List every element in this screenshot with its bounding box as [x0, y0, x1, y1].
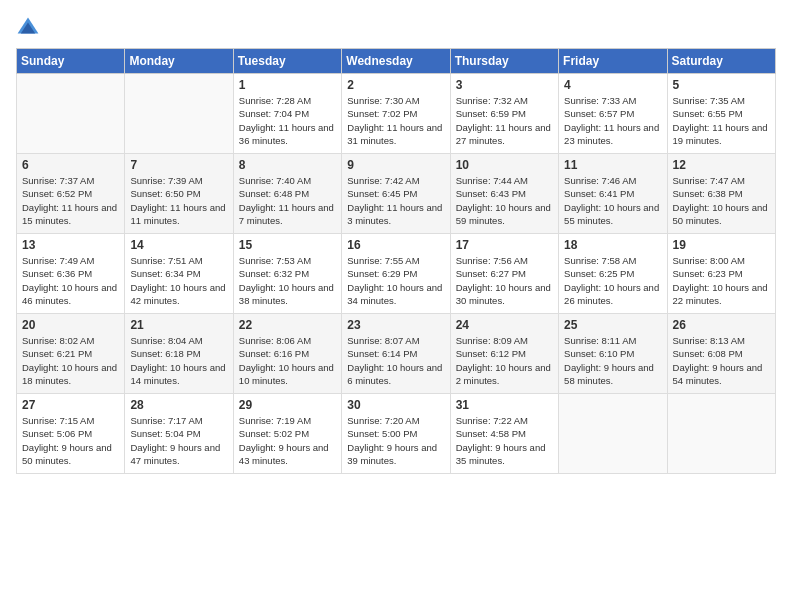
day-number: 9 — [347, 158, 444, 172]
day-info: Sunrise: 7:37 AM Sunset: 6:52 PM Dayligh… — [22, 174, 119, 227]
day-info: Sunrise: 7:22 AM Sunset: 4:58 PM Dayligh… — [456, 414, 553, 467]
day-number: 25 — [564, 318, 661, 332]
day-number: 31 — [456, 398, 553, 412]
calendar-cell: 11Sunrise: 7:46 AM Sunset: 6:41 PM Dayli… — [559, 154, 667, 234]
day-info: Sunrise: 7:47 AM Sunset: 6:38 PM Dayligh… — [673, 174, 770, 227]
calendar-week-row: 13Sunrise: 7:49 AM Sunset: 6:36 PM Dayli… — [17, 234, 776, 314]
calendar-cell: 28Sunrise: 7:17 AM Sunset: 5:04 PM Dayli… — [125, 394, 233, 474]
day-info: Sunrise: 7:46 AM Sunset: 6:41 PM Dayligh… — [564, 174, 661, 227]
day-info: Sunrise: 7:15 AM Sunset: 5:06 PM Dayligh… — [22, 414, 119, 467]
day-number: 30 — [347, 398, 444, 412]
calendar-cell: 5Sunrise: 7:35 AM Sunset: 6:55 PM Daylig… — [667, 74, 775, 154]
day-info: Sunrise: 7:39 AM Sunset: 6:50 PM Dayligh… — [130, 174, 227, 227]
calendar-table: SundayMondayTuesdayWednesdayThursdayFrid… — [16, 48, 776, 474]
calendar-cell: 1Sunrise: 7:28 AM Sunset: 7:04 PM Daylig… — [233, 74, 341, 154]
day-info: Sunrise: 7:42 AM Sunset: 6:45 PM Dayligh… — [347, 174, 444, 227]
day-number: 17 — [456, 238, 553, 252]
page-header — [16, 16, 776, 40]
day-number: 21 — [130, 318, 227, 332]
day-info: Sunrise: 7:19 AM Sunset: 5:02 PM Dayligh… — [239, 414, 336, 467]
day-number: 28 — [130, 398, 227, 412]
day-number: 13 — [22, 238, 119, 252]
day-info: Sunrise: 8:09 AM Sunset: 6:12 PM Dayligh… — [456, 334, 553, 387]
calendar-cell — [17, 74, 125, 154]
calendar-cell: 30Sunrise: 7:20 AM Sunset: 5:00 PM Dayli… — [342, 394, 450, 474]
day-number: 4 — [564, 78, 661, 92]
day-info: Sunrise: 7:53 AM Sunset: 6:32 PM Dayligh… — [239, 254, 336, 307]
calendar-cell: 31Sunrise: 7:22 AM Sunset: 4:58 PM Dayli… — [450, 394, 558, 474]
calendar-cell: 16Sunrise: 7:55 AM Sunset: 6:29 PM Dayli… — [342, 234, 450, 314]
day-number: 8 — [239, 158, 336, 172]
day-number: 6 — [22, 158, 119, 172]
day-info: Sunrise: 8:02 AM Sunset: 6:21 PM Dayligh… — [22, 334, 119, 387]
calendar-cell: 14Sunrise: 7:51 AM Sunset: 6:34 PM Dayli… — [125, 234, 233, 314]
day-number: 29 — [239, 398, 336, 412]
calendar-cell: 3Sunrise: 7:32 AM Sunset: 6:59 PM Daylig… — [450, 74, 558, 154]
calendar-cell: 20Sunrise: 8:02 AM Sunset: 6:21 PM Dayli… — [17, 314, 125, 394]
calendar-cell: 25Sunrise: 8:11 AM Sunset: 6:10 PM Dayli… — [559, 314, 667, 394]
calendar-cell — [559, 394, 667, 474]
calendar-cell — [667, 394, 775, 474]
day-info: Sunrise: 7:20 AM Sunset: 5:00 PM Dayligh… — [347, 414, 444, 467]
calendar-cell: 18Sunrise: 7:58 AM Sunset: 6:25 PM Dayli… — [559, 234, 667, 314]
logo — [16, 16, 44, 40]
day-info: Sunrise: 8:11 AM Sunset: 6:10 PM Dayligh… — [564, 334, 661, 387]
day-info: Sunrise: 8:06 AM Sunset: 6:16 PM Dayligh… — [239, 334, 336, 387]
day-number: 10 — [456, 158, 553, 172]
day-number: 1 — [239, 78, 336, 92]
day-info: Sunrise: 7:58 AM Sunset: 6:25 PM Dayligh… — [564, 254, 661, 307]
day-info: Sunrise: 8:07 AM Sunset: 6:14 PM Dayligh… — [347, 334, 444, 387]
day-of-week-header: Sunday — [17, 49, 125, 74]
calendar-cell: 15Sunrise: 7:53 AM Sunset: 6:32 PM Dayli… — [233, 234, 341, 314]
day-of-week-header: Saturday — [667, 49, 775, 74]
calendar-cell: 21Sunrise: 8:04 AM Sunset: 6:18 PM Dayli… — [125, 314, 233, 394]
day-number: 23 — [347, 318, 444, 332]
calendar-cell: 8Sunrise: 7:40 AM Sunset: 6:48 PM Daylig… — [233, 154, 341, 234]
day-info: Sunrise: 7:56 AM Sunset: 6:27 PM Dayligh… — [456, 254, 553, 307]
day-number: 22 — [239, 318, 336, 332]
day-info: Sunrise: 7:28 AM Sunset: 7:04 PM Dayligh… — [239, 94, 336, 147]
day-info: Sunrise: 7:35 AM Sunset: 6:55 PM Dayligh… — [673, 94, 770, 147]
day-number: 16 — [347, 238, 444, 252]
day-info: Sunrise: 7:55 AM Sunset: 6:29 PM Dayligh… — [347, 254, 444, 307]
day-number: 20 — [22, 318, 119, 332]
day-number: 5 — [673, 78, 770, 92]
day-of-week-header: Friday — [559, 49, 667, 74]
day-number: 19 — [673, 238, 770, 252]
calendar-cell: 24Sunrise: 8:09 AM Sunset: 6:12 PM Dayli… — [450, 314, 558, 394]
day-number: 3 — [456, 78, 553, 92]
calendar-week-row: 6Sunrise: 7:37 AM Sunset: 6:52 PM Daylig… — [17, 154, 776, 234]
day-of-week-header: Tuesday — [233, 49, 341, 74]
day-of-week-header: Wednesday — [342, 49, 450, 74]
calendar-cell: 2Sunrise: 7:30 AM Sunset: 7:02 PM Daylig… — [342, 74, 450, 154]
calendar-cell: 26Sunrise: 8:13 AM Sunset: 6:08 PM Dayli… — [667, 314, 775, 394]
calendar-cell: 22Sunrise: 8:06 AM Sunset: 6:16 PM Dayli… — [233, 314, 341, 394]
calendar-cell: 10Sunrise: 7:44 AM Sunset: 6:43 PM Dayli… — [450, 154, 558, 234]
calendar-cell: 17Sunrise: 7:56 AM Sunset: 6:27 PM Dayli… — [450, 234, 558, 314]
calendar-cell: 27Sunrise: 7:15 AM Sunset: 5:06 PM Dayli… — [17, 394, 125, 474]
day-number: 27 — [22, 398, 119, 412]
day-number: 26 — [673, 318, 770, 332]
calendar-cell: 9Sunrise: 7:42 AM Sunset: 6:45 PM Daylig… — [342, 154, 450, 234]
day-info: Sunrise: 7:32 AM Sunset: 6:59 PM Dayligh… — [456, 94, 553, 147]
calendar-week-row: 20Sunrise: 8:02 AM Sunset: 6:21 PM Dayli… — [17, 314, 776, 394]
calendar-week-row: 1Sunrise: 7:28 AM Sunset: 7:04 PM Daylig… — [17, 74, 776, 154]
day-number: 2 — [347, 78, 444, 92]
day-info: Sunrise: 7:30 AM Sunset: 7:02 PM Dayligh… — [347, 94, 444, 147]
calendar-cell: 23Sunrise: 8:07 AM Sunset: 6:14 PM Dayli… — [342, 314, 450, 394]
day-number: 24 — [456, 318, 553, 332]
calendar-cell: 13Sunrise: 7:49 AM Sunset: 6:36 PM Dayli… — [17, 234, 125, 314]
day-info: Sunrise: 7:51 AM Sunset: 6:34 PM Dayligh… — [130, 254, 227, 307]
day-info: Sunrise: 7:49 AM Sunset: 6:36 PM Dayligh… — [22, 254, 119, 307]
day-number: 12 — [673, 158, 770, 172]
calendar-cell — [125, 74, 233, 154]
calendar-cell: 6Sunrise: 7:37 AM Sunset: 6:52 PM Daylig… — [17, 154, 125, 234]
calendar-cell: 19Sunrise: 8:00 AM Sunset: 6:23 PM Dayli… — [667, 234, 775, 314]
day-info: Sunrise: 8:04 AM Sunset: 6:18 PM Dayligh… — [130, 334, 227, 387]
generalblue-logo-icon — [16, 16, 40, 40]
day-info: Sunrise: 7:17 AM Sunset: 5:04 PM Dayligh… — [130, 414, 227, 467]
day-of-week-header: Thursday — [450, 49, 558, 74]
calendar-cell: 7Sunrise: 7:39 AM Sunset: 6:50 PM Daylig… — [125, 154, 233, 234]
day-info: Sunrise: 7:40 AM Sunset: 6:48 PM Dayligh… — [239, 174, 336, 227]
calendar-cell: 29Sunrise: 7:19 AM Sunset: 5:02 PM Dayli… — [233, 394, 341, 474]
